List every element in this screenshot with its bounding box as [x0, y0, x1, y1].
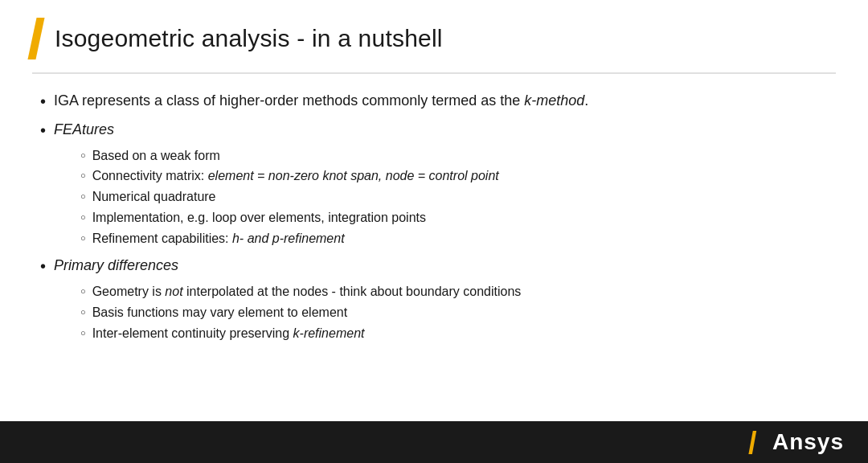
- bullet-2: • FEAtures: [40, 119, 828, 141]
- circle-icon-2-1: ○: [80, 149, 86, 162]
- sub-2-1-text: Based on a weak form: [92, 149, 220, 162]
- ansys-slash-icon: [748, 428, 771, 457]
- sub-text-2-4: Implementation, e.g. loop over elements,…: [92, 208, 828, 228]
- sub-bullet-2-4: ○ Implementation, e.g. loop over element…: [80, 208, 828, 228]
- bottom-bar: Ansys: [0, 421, 868, 463]
- content-area: • IGA represents a class of higher-order…: [0, 82, 868, 355]
- sub-bullet-3-2: ○ Basis functions may vary element to el…: [80, 303, 828, 323]
- sub-text-2-3: Numerical quadrature: [92, 187, 828, 207]
- sub-bullet-3-3: ○ Inter-element continuity preserving k-…: [80, 324, 828, 344]
- sub-3-1-after: interpolated at the nodes - think about …: [183, 285, 522, 298]
- circle-icon-3-2: ○: [80, 305, 86, 319]
- bullet-3-dot: •: [40, 255, 46, 277]
- circle-icon-2-4: ○: [80, 211, 86, 224]
- bullet-3: • Primary differences: [40, 255, 828, 277]
- sub-bullet-3-1: ○ Geometry is not interpolated at the no…: [80, 282, 828, 302]
- sub-2-5-italic: h- and p-refinement: [232, 232, 345, 245]
- bullet-3-heading: Primary differences: [54, 255, 828, 277]
- title-accent-slash: [27, 18, 44, 59]
- features-sub-bullets: ○ Based on a weak form ○ Connectivity ma…: [80, 146, 828, 249]
- sub-3-3-italic: k-refinement: [293, 326, 365, 340]
- sub-bullet-2-5: ○ Refinement capabilities: h- and p-refi…: [80, 229, 828, 249]
- bullet-2-heading: FEAtures: [54, 119, 828, 141]
- sub-2-2-italic: element = non-zero knot span, node = con…: [208, 169, 499, 182]
- sub-text-2-1: Based on a weak form: [92, 146, 828, 166]
- sub-text-2-2: Connectivity matrix: element = non-zero …: [92, 166, 828, 186]
- circle-icon-3-3: ○: [80, 326, 86, 340]
- bullet-1-text-after: .: [584, 92, 588, 109]
- slide-container: Isogeometric analysis - in a nutshell • …: [0, 0, 868, 463]
- circle-icon-3-1: ○: [80, 285, 86, 298]
- sub-3-3-before: Inter-element continuity preserving: [92, 326, 293, 340]
- bullet-1: • IGA represents a class of higher-order…: [40, 90, 828, 113]
- bullet-1-italic: k-method: [524, 92, 584, 109]
- bullet-1-text-before: IGA represents a class of higher-order m…: [54, 92, 524, 109]
- sub-bullet-2-3: ○ Numerical quadrature: [80, 187, 828, 207]
- title-divider: [32, 72, 836, 74]
- sub-3-1-italic: not: [165, 285, 182, 298]
- sub-text-3-2: Basis functions may vary element to elem…: [92, 303, 828, 323]
- ansys-logo: Ansys: [748, 428, 844, 457]
- sub-bullet-2-2: ○ Connectivity matrix: element = non-zer…: [80, 166, 828, 186]
- title-area: Isogeometric analysis - in a nutshell: [0, 0, 868, 68]
- sub-text-2-5: Refinement capabilities: h- and p-refine…: [92, 229, 828, 249]
- differences-sub-bullets: ○ Geometry is not interpolated at the no…: [80, 282, 828, 343]
- bullet-2-dot: •: [40, 119, 46, 141]
- sub-text-3-1: Geometry is not interpolated at the node…: [92, 282, 828, 302]
- bullet-1-dot: •: [40, 90, 46, 113]
- sub-2-5-before: Refinement capabilities:: [92, 232, 232, 245]
- bullet-1-text: IGA represents a class of higher-order m…: [54, 90, 828, 112]
- ansys-logo-text: Ansys: [772, 429, 844, 455]
- sub-2-2-before: Connectivity matrix:: [92, 169, 208, 182]
- sub-bullet-2-1: ○ Based on a weak form: [80, 146, 828, 166]
- sub-text-3-3: Inter-element continuity preserving k-re…: [92, 324, 828, 344]
- circle-icon-2-5: ○: [80, 232, 86, 245]
- circle-icon-2-3: ○: [80, 190, 86, 203]
- slide-title: Isogeometric analysis - in a nutshell: [55, 25, 443, 52]
- circle-icon-2-2: ○: [80, 169, 86, 182]
- sub-3-1-before: Geometry is: [92, 285, 166, 298]
